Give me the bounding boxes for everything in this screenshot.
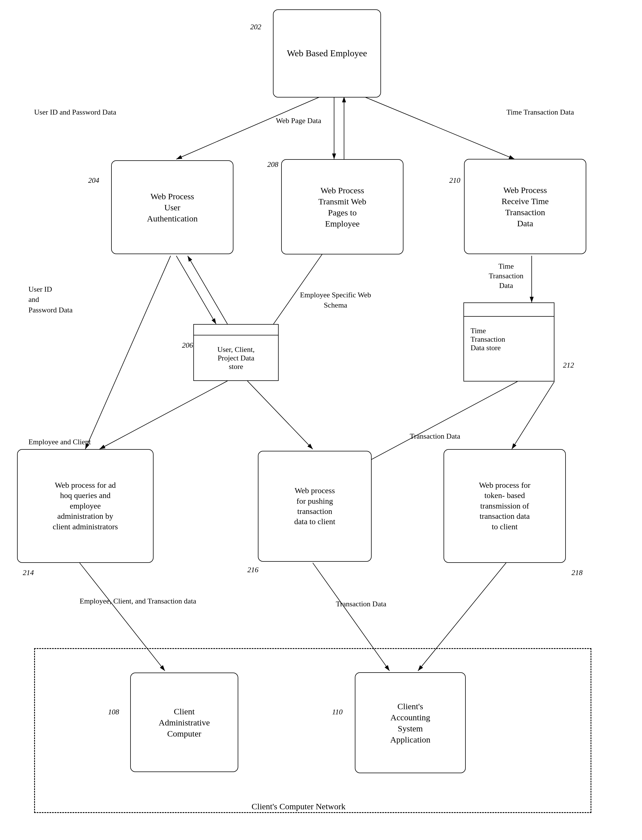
label-employee-and-client: Employee and Client bbox=[28, 438, 119, 446]
web-process-token-box: Web process fortoken- basedtransmission … bbox=[444, 449, 566, 563]
web-process-user-auth-box: Web ProcessUserAuthentication bbox=[111, 160, 233, 254]
clients-accounting-label: Client'sAccountingSystemApplication bbox=[390, 701, 430, 745]
svg-line-2 bbox=[176, 97, 321, 159]
svg-line-7 bbox=[188, 256, 227, 324]
web-process-pushing-label: Web processfor pushingtransactiondata to… bbox=[294, 486, 336, 527]
web-based-employee-label: Web Based Employee bbox=[287, 47, 367, 60]
ref-214: 214 bbox=[23, 568, 34, 577]
svg-line-10 bbox=[85, 256, 170, 449]
label-web-page-data: Web Page Data bbox=[256, 117, 341, 125]
ref-212: 212 bbox=[563, 361, 574, 369]
ref-208: 208 bbox=[267, 160, 278, 169]
web-based-employee-box: Web Based Employee bbox=[273, 10, 381, 97]
svg-line-5 bbox=[364, 97, 515, 159]
user-client-project-datastore: User, Client,Project Datastore bbox=[193, 324, 279, 381]
label-time-transaction-top: Time Transaction Data bbox=[483, 108, 597, 117]
clients-accounting-box: Client'sAccountingSystemApplication bbox=[355, 672, 466, 773]
ref-108: 108 bbox=[108, 708, 119, 716]
clients-computer-network-label: Client's Computer Network bbox=[213, 802, 384, 811]
time-transaction-datastore: TimeTransactionData store bbox=[464, 303, 554, 382]
ref-206: 206 bbox=[182, 341, 193, 350]
diagram-container: Web Based Employee 202 User ID and Passw… bbox=[0, 0, 642, 840]
web-process-receive-label: Web ProcessReceive TimeTransactionData bbox=[501, 185, 549, 229]
label-user-id-password: User ID and Password Data bbox=[34, 108, 148, 117]
web-process-adhoc-label: Web process for adhoq queries andemploye… bbox=[53, 480, 118, 532]
web-process-receive-box: Web ProcessReceive TimeTransactionData bbox=[464, 159, 586, 254]
clients-computer-network-box bbox=[34, 648, 592, 813]
label-userid-password-mid: User IDandPassword Data bbox=[28, 284, 85, 315]
ref-110: 110 bbox=[332, 708, 343, 716]
ref-202: 202 bbox=[250, 23, 261, 31]
web-process-transmit-label: Web ProcessTransmit WebPages toEmployee bbox=[318, 185, 366, 229]
ref-216: 216 bbox=[247, 566, 258, 574]
svg-line-13 bbox=[512, 382, 554, 449]
web-process-token-label: Web process fortoken- basedtransmission … bbox=[479, 480, 530, 532]
time-transaction-datastore-label: TimeTransactionData store bbox=[470, 327, 505, 352]
web-process-user-auth-label: Web ProcessUserAuthentication bbox=[147, 191, 198, 224]
svg-line-6 bbox=[176, 256, 216, 324]
label-employee-client-transaction: Employee, Client, and Transaction data bbox=[79, 597, 222, 605]
ref-204: 204 bbox=[88, 176, 99, 185]
label-employee-specific: Employee Specific Web Schema bbox=[298, 290, 373, 311]
label-time-transaction-mid: TimeTransactionData bbox=[478, 262, 535, 290]
ref-218: 218 bbox=[571, 568, 582, 577]
label-transaction-data-right: Transaction Data bbox=[392, 432, 478, 440]
client-admin-computer-box: ClientAdministrativeComputer bbox=[130, 673, 238, 772]
web-process-adhoc-box: Web process for adhoq queries andemploye… bbox=[17, 449, 154, 563]
label-transaction-data-bottom: Transaction Data bbox=[318, 600, 404, 609]
svg-line-12 bbox=[247, 381, 313, 449]
user-client-project-label: User, Client,Project Datastore bbox=[217, 345, 255, 371]
web-process-transmit-box: Web ProcessTransmit WebPages toEmployee bbox=[281, 159, 404, 254]
ref-210: 210 bbox=[449, 176, 460, 185]
client-admin-computer-label: ClientAdministrativeComputer bbox=[159, 706, 210, 739]
web-process-pushing-box: Web processfor pushingtransactiondata to… bbox=[258, 451, 371, 562]
